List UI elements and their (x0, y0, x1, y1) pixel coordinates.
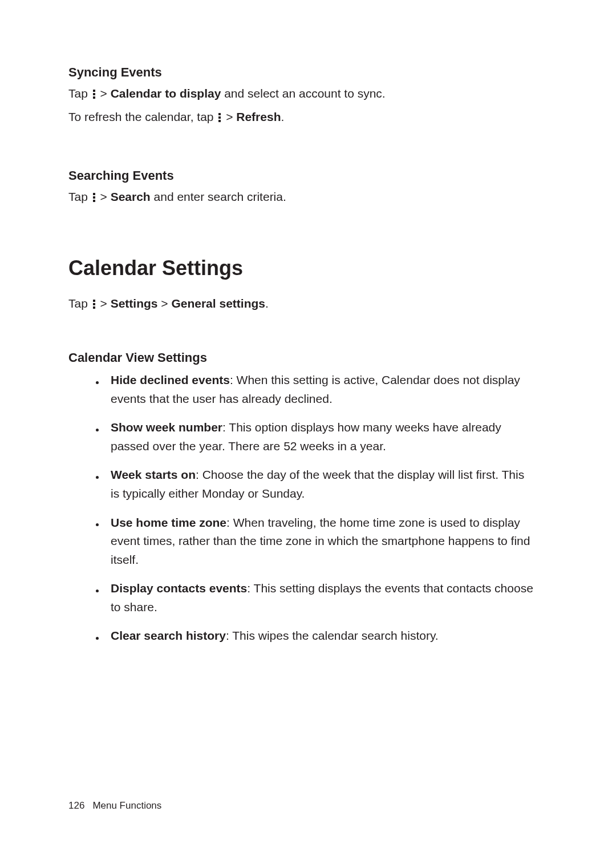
list-item: Show week number: This option displays h… (111, 418, 548, 455)
bullet-icon (96, 590, 99, 592)
text: and select an account to sync. (221, 87, 385, 100)
list-item: Clear search history: This wipes the cal… (111, 627, 548, 645)
text-bold: General settings (171, 297, 265, 310)
bullet-icon (96, 381, 99, 384)
syncing-line-1: Tap > Calendar to display and select an … (68, 84, 548, 103)
heading-calendar-view-settings: Calendar View Settings (68, 348, 548, 368)
view-settings-list: Hide declined events: When this setting … (68, 371, 548, 645)
text-bold: Settings (111, 297, 158, 310)
text: : This wipes the calendar search history… (226, 629, 439, 642)
text-bold: Week starts on (111, 468, 196, 481)
heading-searching-events: Searching Events (68, 166, 548, 185)
bullet-icon (96, 476, 99, 479)
text: . (265, 297, 269, 310)
text: Tap (68, 297, 91, 310)
page: Syncing Events Tap > Calendar to display… (0, 0, 616, 868)
settings-line-1: Tap > Settings > General settings. (68, 294, 548, 313)
text-bold: Calendar to display (111, 87, 221, 100)
searching-line-1: Tap > Search and enter search criteria. (68, 188, 548, 207)
text: To refresh the calendar, tap (68, 110, 217, 123)
text: Tap (68, 190, 91, 203)
page-number: 126 (68, 800, 84, 811)
text: . (281, 110, 284, 123)
list-item: Display contacts events: This setting di… (111, 579, 548, 616)
more-options-icon (92, 193, 96, 202)
more-options-icon (92, 300, 96, 309)
text: > (97, 190, 111, 203)
text-bold: Refresh (236, 110, 281, 123)
list-item: Use home time zone: When traveling, the … (111, 514, 548, 570)
text: Tap (68, 87, 91, 100)
text: > (157, 297, 171, 310)
text-bold: Show week number (111, 421, 222, 434)
text-bold: Use home time zone (111, 516, 226, 529)
text: and enter search criteria. (151, 190, 286, 203)
text: > (97, 297, 111, 310)
list-item: Week starts on: Choose the day of the we… (111, 466, 548, 503)
syncing-line-2: To refresh the calendar, tap > Refresh. (68, 108, 548, 127)
text: > (222, 110, 236, 123)
bullet-icon (96, 429, 99, 431)
bullet-icon (96, 637, 99, 640)
text-bold: Search (111, 190, 151, 203)
heading-calendar-settings: Calendar Settings (68, 252, 548, 284)
text: > (97, 87, 111, 100)
more-options-icon (92, 90, 96, 99)
list-item: Hide declined events: When this setting … (111, 371, 548, 408)
more-options-icon (218, 113, 221, 122)
text-bold: Hide declined events (111, 373, 230, 386)
text-bold: Clear search history (111, 629, 226, 642)
bullet-icon (96, 523, 99, 526)
page-footer: 126Menu Functions (68, 798, 161, 813)
heading-syncing-events: Syncing Events (68, 63, 548, 82)
section-label: Menu Functions (92, 800, 161, 811)
text-bold: Display contacts events (111, 582, 247, 595)
